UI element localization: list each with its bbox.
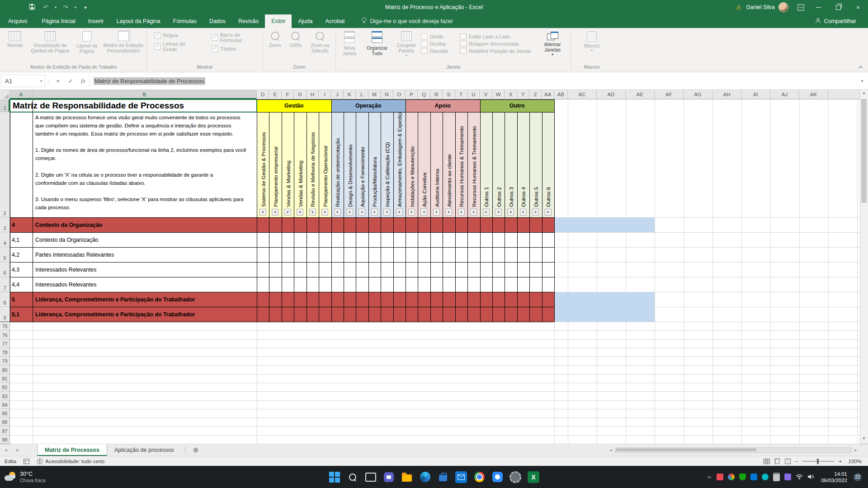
cell-B3[interactable]: Contexto da Organização [33, 217, 257, 232]
col-header-K[interactable]: K [344, 90, 356, 99]
teams-chat-icon[interactable] [383, 471, 395, 483]
col-label-cell-R[interactable]: Auditoria Interna [430, 112, 443, 217]
horizontal-scrollbar[interactable]: ◄ ► [607, 444, 860, 456]
col-header-T[interactable]: T [455, 90, 467, 99]
cell-B9[interactable]: Liderança, Comprometimento e Participaçã… [33, 307, 257, 322]
col-header-AD[interactable]: AD [597, 90, 626, 99]
col-header-H[interactable]: H [307, 90, 319, 99]
split-button[interactable]: Dividir [421, 33, 460, 39]
vscroll-down-icon[interactable]: ▼ [860, 436, 868, 443]
tray-icon[interactable] [728, 474, 735, 480]
app-icon-blue[interactable] [491, 471, 503, 483]
row-header-75[interactable]: 75 [0, 322, 9, 330]
tab-pagina-inicial[interactable]: Página Inicial [35, 14, 81, 28]
band-header-1[interactable]: Gestão [257, 99, 331, 112]
zoom-out-icon[interactable]: − [795, 459, 798, 464]
col-label-cell-P[interactable]: Instalações e Manutenção [406, 112, 418, 217]
row-header-2[interactable]: 2 [0, 112, 9, 217]
tray-shield-icon[interactable] [739, 474, 746, 480]
custom-views-button[interactable]: Modos de Exibição Personalizados [102, 29, 145, 53]
unhide-button[interactable]: Reexibir [421, 48, 460, 54]
formula-input[interactable]: Matriz de Responsabilidade de Processos [90, 75, 856, 87]
sheet-tab-matriz-de-processos[interactable]: Matriz de Processos [37, 444, 107, 456]
qat-customize-icon[interactable]: ▾ [79, 5, 92, 10]
row-header-80[interactable]: 80 [0, 365, 9, 374]
switch-windows-button[interactable]: Alternar Janelas▾ [538, 29, 567, 56]
volume-icon[interactable] [807, 473, 814, 481]
row-header-4[interactable]: 4 [0, 232, 9, 247]
macro-record-icon[interactable] [24, 459, 29, 464]
col-header-AC[interactable]: AC [568, 90, 597, 99]
cancel-icon[interactable]: × [52, 78, 64, 84]
col-header-N[interactable]: N [381, 90, 393, 99]
col-label-cell-W[interactable]: Outros 2 [492, 112, 505, 217]
tab-layout-da-pagina[interactable]: Layout da Página [110, 14, 166, 28]
col-header-AE[interactable]: AE [626, 90, 655, 99]
filter-icon-V[interactable]: ▼ [483, 209, 490, 216]
col-header-Y[interactable]: Y [517, 90, 529, 99]
filter-icon-T[interactable]: ▼ [458, 209, 465, 216]
tray-icon[interactable] [762, 474, 769, 480]
notification-badge[interactable]: 22 [854, 473, 862, 481]
row-header-8[interactable]: 8 [0, 292, 9, 307]
redo-dropdown-icon[interactable]: ▾ [72, 5, 79, 9]
undo-dropdown-icon[interactable]: ▾ [52, 5, 59, 9]
cell-A6[interactable]: 4,3 [10, 262, 33, 277]
tab-formulas[interactable]: Fórmulas [167, 14, 203, 28]
zoom-100-button[interactable]: 100% [287, 29, 305, 48]
hide-button[interactable]: Ocultar [421, 41, 460, 47]
store-icon[interactable] [437, 471, 449, 483]
col-label-cell-D[interactable]: Sistema de Gestão & Processos [257, 112, 269, 217]
col-header-AA[interactable]: AA [542, 90, 554, 99]
row-header-77[interactable]: 77 [0, 339, 9, 348]
tray-icon[interactable] [750, 474, 757, 480]
col-label-cell-AA[interactable]: Outros 6 [542, 112, 554, 217]
col-header-AI[interactable]: AI [741, 90, 770, 99]
row-header-78[interactable]: 78 [0, 348, 9, 357]
avatar[interactable] [778, 2, 788, 12]
tab-exibir[interactable]: Exibir [265, 14, 292, 28]
row-header-79[interactable]: 79 [0, 357, 9, 365]
cell-A9[interactable]: 5,1 [10, 307, 33, 322]
filter-icon-W[interactable]: ▼ [495, 209, 502, 216]
col-label-cell-G[interactable]: Vendas & Marketing [294, 112, 306, 217]
hscroll-left-icon[interactable]: ◄ [607, 448, 615, 452]
tab-arquivo[interactable]: Arquivo [0, 14, 35, 28]
filter-icon-K[interactable]: ▼ [346, 209, 353, 216]
accessibility-icon[interactable]: Acessibilidade: tudo certo [37, 458, 104, 465]
check-titulos[interactable]: Títulos [212, 46, 262, 52]
notification-warning-icon[interactable]: ⚠ [732, 4, 745, 11]
col-header-G[interactable]: G [294, 90, 306, 99]
search-icon[interactable] [347, 471, 359, 483]
chrome-icon[interactable] [473, 471, 485, 483]
col-header-S[interactable]: S [443, 90, 455, 99]
new-window-button[interactable]: Nova Janela [337, 29, 362, 56]
freeze-panes-button[interactable]: Congelar Painéis▾ [392, 29, 421, 57]
filter-icon-S[interactable]: ▼ [445, 209, 452, 216]
col-header-R[interactable]: R [430, 90, 443, 99]
page-layout-view-icon[interactable] [774, 458, 780, 464]
filter-icon-F[interactable]: ▼ [284, 209, 291, 216]
vscroll-thumb[interactable] [861, 99, 867, 203]
tab-dados[interactable]: Dados [203, 14, 232, 28]
cell-B7[interactable]: Interessados Relevantes [33, 277, 257, 292]
cell-B6[interactable]: Interessados Relevantes [33, 262, 257, 277]
filter-icon-G[interactable]: ▼ [297, 209, 303, 216]
tab-inserir[interactable]: Inserir [82, 14, 110, 28]
col-header-D[interactable]: D [257, 90, 269, 99]
filter-icon-J[interactable]: ▼ [334, 209, 341, 216]
col-header-AF[interactable]: AF [655, 90, 684, 99]
col-label-cell-H[interactable]: Revisão e Melhoria de Negócios [307, 112, 319, 217]
col-header-B[interactable]: B [33, 90, 257, 99]
filter-icon-L[interactable]: ▼ [359, 209, 365, 216]
cell-A2[interactable] [10, 112, 33, 217]
sheet-nav-right-icon[interactable]: ► [12, 444, 24, 456]
select-all-corner[interactable] [0, 90, 10, 99]
col-label-cell-Q[interactable]: Ação Corretiva [418, 112, 430, 217]
tab-revisao[interactable]: Revisão [232, 14, 265, 28]
col-label-cell-U[interactable]: Recursos Humanos & Treinamento [467, 112, 480, 217]
redo-icon[interactable]: ↷ [59, 4, 72, 11]
band-header-3[interactable]: Apoio [406, 99, 480, 112]
restore-button[interactable] [828, 0, 848, 14]
filter-icon-R[interactable]: ▼ [433, 209, 440, 216]
